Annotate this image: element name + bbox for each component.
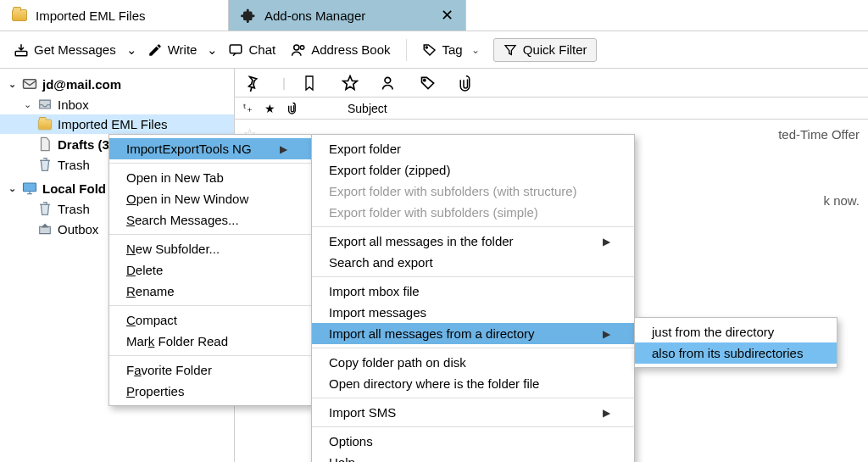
chevron-down-icon[interactable]: ⌄: [207, 42, 218, 58]
separator: [109, 163, 311, 164]
trash-icon: [37, 157, 53, 172]
menu-just-from-directory[interactable]: just from the directory: [635, 321, 837, 342]
separator: [312, 398, 634, 398]
collapse-icon[interactable]: ⌄: [22, 99, 32, 110]
inbox-row[interactable]: ⌄ Inbox: [0, 94, 234, 114]
menu-properties[interactable]: Properties: [109, 381, 311, 402]
folder-label: Inbox: [58, 97, 89, 112]
mail-account-icon: [22, 76, 37, 92]
star-icon[interactable]: [342, 75, 364, 92]
button-label: Chat: [248, 42, 275, 57]
imported-folder-row[interactable]: Imported EML Files: [0, 114, 234, 134]
chat-button[interactable]: Chat: [223, 39, 281, 61]
menu-rename[interactable]: Rename: [109, 281, 311, 302]
separator: [312, 226, 634, 227]
write-button[interactable]: Write: [142, 39, 203, 61]
menu-favorite-folder[interactable]: Favorite Folder: [109, 359, 311, 381]
folder-label: Local Fold: [42, 181, 106, 196]
close-icon[interactable]: ✕: [440, 8, 453, 23]
svg-rect-1: [231, 45, 242, 53]
menu-search-and-export[interactable]: Search and export: [312, 252, 634, 273]
quick-filter-button[interactable]: Quick Filter: [493, 38, 597, 62]
collapse-icon[interactable]: ⌄: [7, 183, 17, 194]
folder-label: Drafts (3: [58, 137, 109, 152]
address-book-icon: [291, 42, 306, 58]
menu-help[interactable]: Help: [312, 452, 634, 462]
separator: [312, 426, 634, 427]
menu-label: Import all messages from a directory: [329, 326, 535, 341]
trash-icon: [37, 201, 53, 216]
tag-icon[interactable]: [420, 75, 442, 92]
thread-column-icon[interactable]: ᵗ₊: [243, 102, 253, 114]
attachment-column-icon[interactable]: [287, 102, 298, 114]
menu-export-folder-zipped[interactable]: Export folder (zipped): [312, 159, 634, 181]
submenu-arrow-icon: ▶: [280, 143, 287, 155]
tab-addons-manager[interactable]: Add-ons Manager ✕: [229, 0, 466, 31]
tag-button[interactable]: Tag ⌄: [417, 39, 488, 61]
menu-open-new-tab[interactable]: Open in New Tab: [109, 167, 311, 188]
separator: [109, 305, 311, 306]
folder-icon: [38, 119, 52, 130]
menu-label: also from its subdirectories: [652, 346, 803, 360]
chevron-down-icon: ⌄: [468, 44, 483, 56]
menu-import-sms[interactable]: Import SMS▶: [312, 402, 634, 423]
subject-column[interactable]: Subject: [348, 102, 387, 115]
menu-label: Favorite Folder: [126, 363, 212, 377]
get-messages-button[interactable]: Get Messages: [8, 39, 121, 61]
message-subject-partial: k now.: [823, 193, 860, 208]
menu-import-messages[interactable]: Import messages: [312, 302, 634, 323]
address-book-button[interactable]: Address Book: [286, 39, 395, 61]
menu-search-messages[interactable]: Search Messages...: [109, 209, 311, 231]
menu-export-folder[interactable]: Export folder: [312, 138, 634, 159]
menu-compact[interactable]: Compact: [109, 309, 311, 331]
menu-label: Export folder with subfolders (simple): [329, 205, 538, 220]
svg-point-7: [385, 77, 391, 83]
menu-new-subfolder[interactable]: New Subfolder...: [109, 238, 311, 259]
computer-icon: [22, 181, 37, 196]
menu-also-from-subdirectories[interactable]: also from its subdirectories: [635, 342, 837, 364]
folder-context-menu: ImportExportTools NG ▶ Open in New Tab O…: [108, 134, 312, 406]
outbox-icon: [37, 221, 53, 237]
collapse-icon[interactable]: ⌄: [7, 79, 17, 90]
menu-copy-folder-path[interactable]: Copy folder path on disk: [312, 352, 634, 373]
menu-label: Import messages: [329, 305, 426, 320]
bookmark-icon[interactable]: [303, 75, 325, 92]
pin-icon[interactable]: [243, 75, 265, 92]
svg-rect-5: [24, 80, 36, 89]
button-label: Address Book: [311, 42, 390, 57]
menu-delete[interactable]: Delete: [109, 259, 311, 281]
button-label: Get Messages: [34, 42, 116, 57]
button-label: Tag: [442, 42, 463, 57]
menu-label: Open in New Tab: [126, 170, 224, 185]
menu-options[interactable]: Options: [312, 431, 634, 452]
contact-icon[interactable]: [381, 75, 403, 92]
menu-import-mbox[interactable]: Import mbox file: [312, 281, 634, 302]
menu-export-all-messages[interactable]: Export all messages in the folder▶: [312, 231, 634, 252]
separator: [312, 348, 634, 348]
menu-import-export-tools[interactable]: ImportExportTools NG ▶: [109, 138, 311, 159]
menu-label: Open in New Window: [126, 192, 248, 206]
account-row[interactable]: ⌄ jd@mail.com: [0, 74, 234, 94]
star-column-icon[interactable]: ★: [264, 102, 275, 115]
menu-mark-folder-read[interactable]: Mark Folder Read: [109, 331, 311, 352]
menu-export-subfolders-simple: Export folder with subfolders (simple): [312, 202, 634, 223]
svg-rect-6: [24, 183, 36, 192]
menu-label: Export folder: [329, 142, 401, 156]
menu-label: Open directory where is the folder file: [329, 376, 539, 391]
menu-open-folder-directory[interactable]: Open directory where is the folder file: [312, 373, 634, 394]
funnel-icon: [503, 42, 518, 58]
menu-label: Export folder with subfolders (with stru…: [329, 184, 577, 198]
tab-imported-eml[interactable]: Imported EML Files: [0, 0, 229, 31]
attachment-icon[interactable]: [459, 75, 481, 92]
pencil-icon: [147, 42, 163, 58]
tab-bar: Imported EML Files Add-ons Manager ✕: [0, 0, 868, 31]
menu-open-new-window[interactable]: Open in New Window: [109, 188, 311, 209]
menu-label: New Subfolder...: [126, 242, 220, 256]
menu-import-all-from-directory[interactable]: Import all messages from a directory▶: [312, 323, 634, 344]
chevron-down-icon[interactable]: ⌄: [126, 42, 137, 58]
menu-label: ImportExportTools NG: [126, 142, 252, 156]
submenu-arrow-icon: ▶: [603, 328, 610, 340]
folder-label: Trash: [58, 202, 90, 216]
svg-point-3: [300, 45, 304, 49]
svg-point-2: [294, 45, 299, 50]
